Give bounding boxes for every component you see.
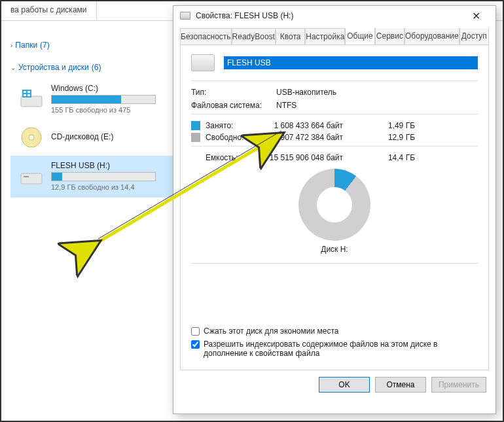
titlebar: Свойства: FLESH USB (H:) ✕ (173, 6, 495, 26)
tab-customize[interactable]: Настройка (305, 28, 345, 44)
chevron-right-icon: › (10, 42, 12, 49)
tab-general[interactable]: Общие (345, 28, 374, 44)
nav-devices-count: (6) (92, 63, 101, 72)
cancel-button[interactable]: Отмена (375, 377, 426, 393)
usb-drive-icon (18, 164, 45, 188)
tab-general-content: Тип: USB-накопитель Файловая система: NT… (180, 44, 489, 370)
properties-dialog: Свойства: FLESH USB (H:) ✕ Безопасность … (173, 5, 496, 414)
tab-readyboost[interactable]: ReadyBoost (232, 28, 276, 44)
apply-button[interactable]: Применить (431, 377, 486, 393)
drive-name-input[interactable] (224, 56, 478, 69)
dialog-buttons: OK Отмена Применить (173, 370, 495, 399)
svg-rect-4 (24, 94, 26, 96)
type-label: Тип: (191, 88, 276, 97)
compress-checkbox-row[interactable]: Сжать этот диск для экономии места (191, 326, 478, 336)
dialog-title: Свойства: FLESH USB (H:) (196, 11, 463, 20)
usage-donut-chart (298, 169, 370, 241)
svg-rect-3 (27, 91, 30, 93)
free-label: Свободно: (206, 133, 264, 142)
index-checkbox-row[interactable]: Разрешить индексировать содержимое файло… (191, 340, 478, 358)
svg-rect-0 (21, 96, 42, 107)
fs-label: Файловая система: (191, 101, 276, 110)
capacity-bytes: 15 515 906 048 байт (264, 153, 369, 162)
cd-icon (18, 126, 45, 149)
free-swatch-icon (191, 133, 200, 142)
chevron-down-icon: ⌄ (10, 64, 16, 71)
tab-strip: Безопасность ReadyBoost Квота Настройка … (173, 26, 495, 44)
svg-rect-9 (24, 176, 29, 177)
capacity-gb: 14,4 ГБ (369, 153, 415, 162)
drive-usage-bar (51, 95, 156, 104)
tab-quota[interactable]: Квота (276, 28, 305, 44)
drive-small-icon (180, 12, 190, 20)
free-bytes: 13 907 472 384 байт (264, 133, 369, 142)
explorer-tab[interactable]: ва работы с дисками (1, 1, 97, 20)
svg-rect-1 (22, 90, 31, 97)
compress-checkbox[interactable] (191, 327, 200, 336)
disk-label: Диск H: (191, 245, 478, 254)
fs-value: NTFS (276, 101, 478, 110)
svg-rect-5 (27, 94, 30, 96)
nav-devices-label: Устройства и диски (18, 63, 89, 72)
free-gb: 12,9 ГБ (369, 133, 415, 142)
index-checkbox[interactable] (191, 340, 200, 349)
used-bytes: 1 608 433 664 байт (264, 121, 369, 130)
tab-sharing[interactable]: Доступ (459, 28, 489, 44)
type-value: USB-накопитель (276, 88, 478, 97)
close-button[interactable]: ✕ (463, 10, 489, 22)
ok-button[interactable]: OK (319, 377, 370, 393)
compress-label: Сжать этот диск для экономии места (204, 326, 338, 336)
used-label: Занято: (206, 121, 264, 130)
hdd-icon (18, 87, 45, 111)
svg-rect-2 (24, 91, 26, 93)
svg-rect-8 (21, 173, 42, 184)
used-swatch-icon (191, 121, 200, 130)
capacity-label: Емкость: (206, 153, 264, 162)
nav-folders-count: (7) (40, 41, 50, 50)
drive-icon (191, 54, 215, 71)
svg-point-7 (29, 135, 34, 140)
tab-hardware[interactable]: Оборудование (405, 28, 459, 44)
nav-folders-label: Папки (15, 41, 37, 50)
used-gb: 1,49 ГБ (369, 121, 415, 130)
drive-usage-bar (51, 172, 156, 181)
tab-tools[interactable]: Сервис (375, 28, 405, 44)
tab-security[interactable]: Безопасность (180, 28, 232, 44)
index-label: Разрешить индексировать содержимое файло… (204, 340, 478, 358)
